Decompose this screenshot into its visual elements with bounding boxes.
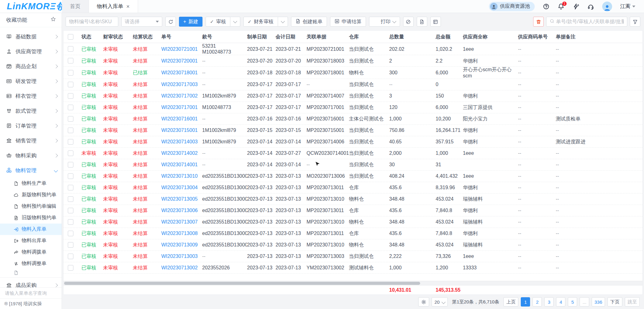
tab-close-icon[interactable]: × — [126, 4, 130, 9]
finance-audit-dropdown-button[interactable] — [278, 17, 288, 27]
sidebar-group-款式管理[interactable]: 款式管理 — [0, 103, 62, 118]
favorites-header[interactable]: 收藏功能 — [0, 13, 62, 27]
star-icon[interactable] — [50, 16, 56, 24]
sidebar-group-订单管理[interactable]: 订单管理 — [0, 118, 62, 133]
refresh-button[interactable] — [165, 17, 176, 27]
row-checkbox[interactable] — [68, 150, 73, 156]
tab-home[interactable]: 首页 — [62, 0, 89, 13]
page-button-5[interactable]: 5 — [568, 297, 577, 307]
filter-select[interactable]: 请选择 — [121, 17, 162, 27]
tab-material-inbound[interactable]: 物料入库单× — [89, 0, 138, 13]
row-checkbox[interactable] — [68, 116, 73, 122]
sidebar-group-供应商管理[interactable]: 供应商管理 — [0, 44, 62, 59]
order-link[interactable]: WI20230715001 — [161, 127, 202, 133]
order-link[interactable]: WI20230713003 — [161, 253, 202, 259]
sidebar-item-旧版物料预约单[interactable]: 旧版物料预约单 — [0, 212, 62, 224]
menu-search[interactable] — [0, 287, 62, 298]
scrollbar-thumb[interactable] — [64, 282, 420, 285]
next-page-button[interactable]: 下页 — [607, 297, 622, 307]
order-link[interactable]: WI20230713002 — [161, 265, 202, 271]
sidebar-item-物料调整单[interactable]: 物料调整单 — [0, 258, 62, 269]
sidebar-item-物料入库单[interactable]: 物料入库单 — [0, 224, 62, 235]
page-button-3[interactable]: 3 — [544, 297, 554, 307]
user-menu[interactable]: 江蓠 — [620, 3, 635, 10]
table-row[interactable]: 未审核未审核未结算WI20230714002--2023-07-142023-0… — [63, 148, 642, 159]
order-link[interactable]: WI20230713005 — [161, 196, 202, 202]
order-link[interactable]: WI20230718001 — [161, 70, 202, 76]
table-row[interactable]: 已审核未审核未结算WI20230716001--2023-07-162023-0… — [63, 113, 642, 125]
sidebar-item-物料出库单[interactable]: 物料出库单 — [0, 235, 62, 246]
row-checkbox[interactable] — [68, 93, 73, 99]
delete-button[interactable] — [533, 17, 544, 27]
table-row[interactable]: 已审核未审核未结算WI20230717001M1002487732023-07-… — [63, 102, 642, 113]
sidebar-group-物料管理[interactable]: 物料管理 — [0, 163, 62, 178]
sidebar-item-物料预约单编辑[interactable]: 物料预约单编辑 — [0, 201, 62, 212]
sidebar-item-物料调拨单[interactable]: 物料调拨单 — [0, 246, 62, 258]
order-link[interactable]: WI20230721001 — [161, 46, 202, 52]
page-size-select[interactable]: 20 — [432, 297, 448, 307]
table-row[interactable]: 已审核未审核未结算WI20230713010ed2023551BD1300012… — [63, 171, 642, 182]
row-checkbox[interactable] — [68, 173, 73, 179]
row-checkbox[interactable] — [68, 254, 73, 259]
user-avatar[interactable] — [602, 2, 612, 11]
row-checkbox[interactable] — [68, 231, 73, 236]
row-checkbox[interactable] — [68, 82, 73, 87]
sidebar-group-基础数据[interactable]: 基础数据 — [0, 29, 62, 44]
order-link[interactable]: WI20230713007 — [161, 219, 202, 225]
finance-audit-button[interactable]: ✓ 财务审核 — [243, 17, 278, 27]
row-checkbox[interactable] — [68, 105, 73, 110]
table-row[interactable]: 已审核未审核未结算WI20230713005ed2023551BD1300012… — [63, 194, 642, 205]
audit-dropdown-button[interactable] — [230, 17, 240, 27]
attachment-button[interactable] — [403, 17, 414, 27]
sidebar-group-商品企划[interactable]: 商品企划 — [0, 59, 62, 74]
row-checkbox[interactable] — [68, 58, 73, 63]
order-link[interactable]: WI20230716001 — [161, 116, 202, 122]
order-link[interactable]: WI20230717002 — [161, 93, 202, 99]
print-button[interactable]: 打印 — [369, 17, 400, 27]
row-checkbox[interactable] — [68, 219, 73, 225]
row-checkbox[interactable] — [68, 162, 73, 168]
quick-actions-icon[interactable] — [572, 3, 579, 10]
row-checkbox[interactable] — [68, 242, 73, 248]
order-link[interactable]: WI20230713010 — [161, 173, 202, 179]
table-row[interactable]: 已审核未审核未结算WI20230713009ed2023551BD1300012… — [63, 239, 642, 251]
menu-search-input[interactable] — [5, 290, 57, 296]
page-button-336[interactable]: 336 — [592, 297, 605, 307]
row-checkbox[interactable] — [68, 128, 73, 133]
order-link[interactable]: WI20230713004 — [161, 185, 202, 190]
order-link[interactable]: WI20230713006 — [161, 207, 202, 213]
column-filter-button[interactable] — [630, 17, 640, 27]
order-link[interactable]: WI20230720001 — [161, 58, 202, 64]
apply-settlement-button[interactable]: 申请结算 — [330, 17, 366, 27]
sidebar-item-新版物料预约单[interactable]: 新版物料预约单 — [0, 189, 62, 201]
report-button[interactable] — [430, 17, 441, 27]
prev-page-button[interactable]: 上页 — [503, 297, 518, 307]
table-row[interactable]: 已审核未审核未结算WI20230713008ed2023551BD1300012… — [63, 228, 642, 239]
table-row[interactable]: 已审核未审核未结算WI2023071300220235520262023-07-… — [63, 262, 642, 274]
supplier-pool-button[interactable]: 供应商资源池 — [489, 2, 535, 11]
page-button-1[interactable]: 1 — [521, 297, 530, 307]
order-link[interactable]: WI20230717001 — [161, 104, 202, 110]
table-row[interactable]: 已审核未审核未结算WI20230713004ed2023551BD1300012… — [63, 182, 642, 194]
table-row[interactable]: 已审核未审核未结算WI202307150011M1002kml8792023-0… — [63, 125, 642, 136]
sku-search-input[interactable] — [66, 17, 118, 27]
order-search-input[interactable]: 单号/款号/审核人/关联单据/批量代号/供应 — [546, 17, 627, 27]
table-row[interactable]: 已审核未审核未结算WI2023072100153231 M10024877320… — [63, 43, 642, 55]
order-link[interactable]: WI20230714001 — [161, 162, 202, 168]
order-link[interactable]: WI20230717003 — [161, 81, 202, 87]
order-link[interactable]: WI20230714003 — [161, 139, 202, 145]
table-row[interactable]: 已审核未审核未结算WI202307170021M1002kml8792023-0… — [63, 90, 642, 102]
help-icon[interactable] — [543, 3, 550, 10]
table-row[interactable]: 已审核未审核未结算WI20230713007ed2023551BD1300012… — [63, 216, 642, 228]
row-checkbox[interactable] — [68, 185, 73, 190]
order-link[interactable]: WI20230714002 — [161, 150, 202, 156]
notifications-icon[interactable]: 1 — [558, 3, 564, 10]
table-row[interactable]: 已审核未审核未结算WI20230713003--2023-07-132023-0… — [63, 251, 642, 262]
row-checkbox[interactable] — [68, 208, 73, 213]
horizontal-scrollbar[interactable] — [63, 281, 642, 285]
order-link[interactable]: WI20230713008 — [161, 230, 202, 236]
audit-button[interactable]: ✓ 审核 — [206, 17, 230, 27]
table-row[interactable]: 已审核未审核未结算WI20230714001--2023-07-142023-0… — [63, 159, 642, 171]
new-button[interactable]: + 新建 — [179, 17, 202, 27]
sidebar-group-样衣管理[interactable]: 样衣管理 — [0, 89, 62, 103]
